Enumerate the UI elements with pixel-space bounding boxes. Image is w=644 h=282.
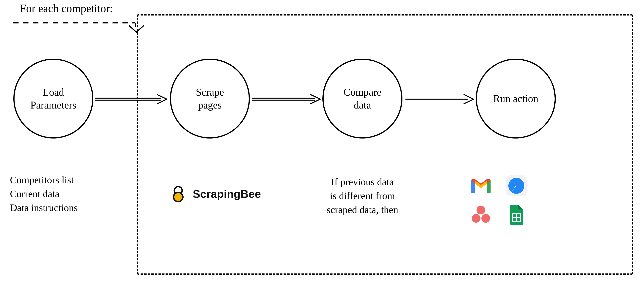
workflow-diagram: For each competitor: Load Parameters Scr…: [0, 0, 644, 282]
node-scrape-pages: Scrape pages: [170, 59, 250, 138]
node-run-action-label: Run action: [476, 59, 556, 138]
loop-label: For each competitor:: [20, 2, 113, 15]
node-load-parameters: Load Parameters: [14, 59, 93, 138]
scrapingbee-label: ScrapingBee: [193, 187, 261, 200]
svg-point-14: [481, 214, 490, 223]
svg-point-13: [472, 214, 480, 223]
action-icons-grid: [468, 175, 529, 226]
svg-point-6: [174, 192, 183, 202]
google-sheets-icon: [506, 204, 527, 226]
asana-icon: [470, 204, 492, 226]
arrow-load-to-scrape: [94, 93, 173, 105]
node-load-parameters-label: Load Parameters: [14, 59, 93, 138]
scrapingbee-icon: [169, 185, 187, 203]
caption-compare-data: If previous data is different from scrap…: [311, 175, 414, 217]
caption-load-parameters: Competitors list Current data Data instr…: [10, 173, 78, 215]
node-run-action: Run action: [476, 59, 556, 138]
gmail-icon: [470, 175, 492, 197]
node-compare-data: Compare data: [322, 59, 402, 138]
loop-arrow: [12, 20, 147, 38]
svg-point-12: [476, 206, 485, 214]
node-compare-data-label: Compare data: [322, 59, 402, 138]
safari-icon: [506, 175, 527, 197]
scrapingbee-brand: ScrapingBee: [169, 185, 261, 203]
loop-frame: [137, 14, 633, 275]
arrow-scrape-to-compare: [251, 93, 326, 105]
arrow-compare-to-action: [404, 93, 480, 105]
node-scrape-pages-label: Scrape pages: [170, 59, 250, 138]
